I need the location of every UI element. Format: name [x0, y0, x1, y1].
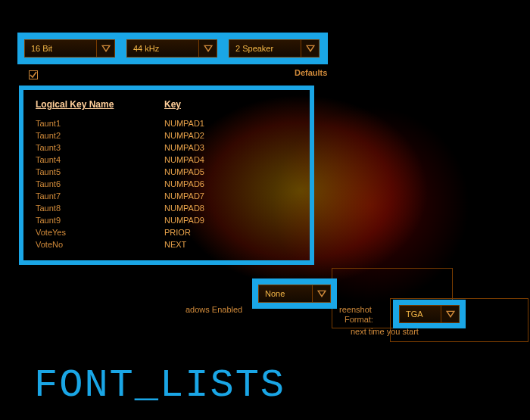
table-row[interactable]: Taunt8NUMPAD8 — [36, 202, 298, 214]
table-row[interactable]: Taunt4NUMPAD4 — [36, 154, 298, 166]
chevron-down-icon — [312, 285, 330, 302]
sample-rate-dropdown[interactable]: 44 kHz — [126, 39, 217, 58]
keybinding-key: NUMPAD7 — [164, 191, 204, 201]
table-row[interactable]: Taunt5NUMPAD5 — [36, 166, 298, 178]
highlight-keybindings: Logical Key Name Key Taunt1NUMPAD1Taunt2… — [19, 86, 314, 265]
chevron-down-icon — [198, 40, 217, 57]
none-dropdown[interactable]: None — [258, 285, 331, 303]
keybinding-name: Taunt9 — [36, 216, 164, 225]
keybinding-name: Taunt4 — [36, 155, 164, 164]
chevron-down-icon — [441, 306, 459, 322]
bit-depth-dropdown[interactable]: 16 Bit — [24, 39, 115, 58]
keybinding-key: NUMPAD8 — [164, 204, 204, 213]
keybinding-name: VoteYes — [36, 228, 164, 237]
bit-depth-value: 16 Bit — [25, 44, 96, 53]
keybinding-name: Taunt2 — [36, 131, 164, 140]
keybinding-key: NUMPAD1 — [164, 119, 204, 128]
none-dropdown-value: None — [259, 289, 312, 298]
format-label: Format: — [344, 315, 373, 324]
keybinding-key: NUMPAD6 — [164, 179, 204, 188]
speakers-dropdown[interactable]: 2 Speaker — [229, 39, 320, 58]
table-row[interactable]: Taunt3NUMPAD3 — [36, 142, 298, 154]
keybinding-name: Taunt7 — [36, 191, 164, 201]
screenshot-format-value: TGA — [400, 310, 441, 319]
table-row[interactable]: VoteYesPRIOR — [36, 226, 298, 238]
keybinding-key: NUMPAD5 — [164, 167, 204, 176]
keybindings-table: Logical Key Name Key Taunt1NUMPAD1Taunt2… — [23, 90, 310, 260]
keybinding-key: NUMPAD9 — [164, 216, 204, 225]
defaults-button[interactable]: Defaults — [295, 68, 327, 77]
chevron-down-icon — [301, 40, 319, 57]
keybinding-key: NEXT — [164, 240, 186, 249]
speakers-value: 2 Speaker — [229, 44, 301, 53]
keybinding-name: VoteNo — [36, 240, 164, 249]
table-row[interactable]: Taunt1NUMPAD1 — [36, 117, 298, 129]
page-title: FONT_LISTS — [34, 363, 285, 408]
sample-rate-value: 44 kHz — [127, 44, 198, 53]
table-row[interactable]: Taunt9NUMPAD9 — [36, 214, 298, 226]
keybinding-name: Taunt1 — [36, 119, 164, 128]
table-row[interactable]: Taunt2NUMPAD2 — [36, 129, 298, 142]
keybinding-name: Taunt5 — [36, 167, 164, 176]
stereo-checkbox[interactable] — [29, 70, 38, 79]
column-header-logical: Logical Key Name — [36, 99, 164, 110]
keybinding-name: Taunt8 — [36, 204, 164, 213]
keybinding-key: NUMPAD3 — [164, 143, 204, 152]
keybinding-name: Taunt6 — [36, 179, 164, 188]
table-row[interactable]: VoteNoNEXT — [36, 238, 298, 250]
column-header-key: Key — [164, 99, 181, 110]
shadows-enabled-label: adows Enabled — [186, 305, 242, 314]
keybinding-key: PRIOR — [164, 228, 191, 237]
chevron-down-icon — [96, 40, 114, 57]
screenshot-label: reenshot — [339, 305, 372, 314]
table-row[interactable]: Taunt6NUMPAD6 — [36, 178, 298, 190]
keybinding-name: Taunt3 — [36, 143, 164, 152]
screenshot-format-dropdown[interactable]: TGA — [399, 305, 460, 323]
keybinding-key: NUMPAD4 — [164, 155, 204, 164]
table-row[interactable]: Taunt7NUMPAD7 — [36, 190, 298, 202]
keybinding-key: NUMPAD2 — [164, 131, 204, 140]
